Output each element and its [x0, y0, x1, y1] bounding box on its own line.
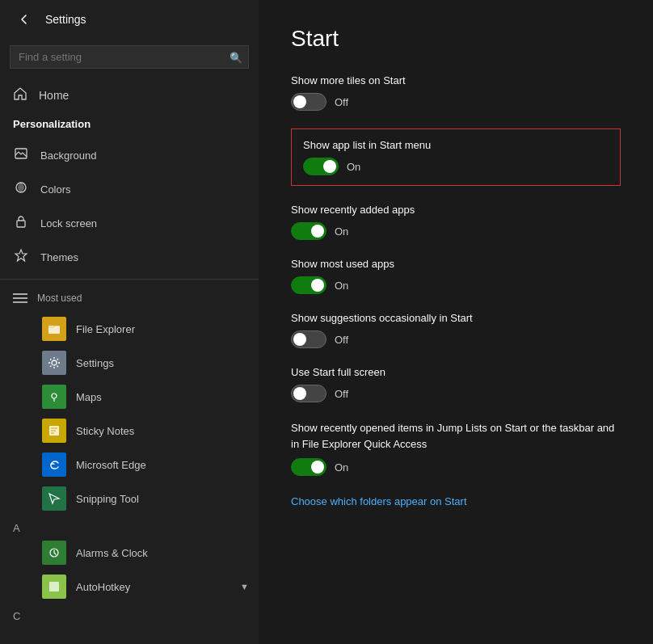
- background-icon: [13, 146, 29, 164]
- toggle-use-full-screen[interactable]: [291, 385, 326, 402]
- list-item[interactable]: Maps: [0, 380, 259, 414]
- setting-label: Show most used apps: [291, 258, 621, 270]
- list-item-label: Sticky Notes: [76, 425, 134, 437]
- home-icon: [13, 86, 27, 103]
- sidebar-item-background-label: Background: [40, 149, 96, 162]
- toggle-thumb: [323, 160, 336, 173]
- search-box: 🔍: [10, 45, 249, 69]
- list-item-label: File Explorer: [76, 323, 135, 335]
- sidebar-item-background[interactable]: Background: [0, 138, 259, 172]
- list-item[interactable]: Snipping Tool: [0, 482, 259, 516]
- search-icon: 🔍: [230, 51, 242, 63]
- setting-control: Off: [291, 93, 621, 111]
- lock-icon: [13, 214, 29, 232]
- most-used-label: Most used: [37, 293, 82, 304]
- toggle-thumb: [293, 95, 306, 108]
- list-item-label: Settings: [76, 357, 114, 369]
- sidebar-divider: [0, 279, 259, 280]
- toggle-thumb: [311, 279, 324, 292]
- home-label: Home: [39, 89, 69, 102]
- setting-label: Show recently opened items in Jump Lists…: [291, 420, 621, 452]
- list-item[interactable]: Microsoft Edge: [0, 448, 259, 482]
- app-list: File Explorer Settings Maps: [0, 312, 259, 644]
- sidebar-item-colors-label: Colors: [40, 183, 71, 196]
- setting-show-most-used: Show most used apps On: [291, 258, 621, 294]
- toggle-show-recently-opened[interactable]: [291, 458, 326, 476]
- toggle-label: Off: [335, 334, 348, 346]
- back-button[interactable]: [13, 8, 36, 31]
- toggle-label: On: [347, 161, 360, 173]
- setting-use-full-screen: Use Start full screen Off: [291, 366, 621, 402]
- list-item-label: Maps: [76, 391, 102, 403]
- list-item[interactable]: Alarms & Clock: [0, 536, 259, 570]
- toggle-thumb: [311, 225, 324, 238]
- autohotkey-icon: [42, 575, 66, 599]
- list-item[interactable]: File Explorer: [0, 312, 259, 346]
- toggle-show-app-list[interactable]: [303, 158, 339, 175]
- setting-show-recently-added: Show recently added apps On: [291, 204, 621, 240]
- settings-title: Settings: [45, 13, 86, 26]
- setting-control: On: [303, 158, 609, 175]
- setting-show-suggestions: Show suggestions occasionally in Start O…: [291, 312, 621, 348]
- home-nav-item[interactable]: Home: [0, 78, 259, 112]
- svg-rect-3: [48, 326, 60, 334]
- sidebar-item-themes[interactable]: Themes: [0, 240, 259, 274]
- sidebar-item-themes-label: Themes: [40, 251, 78, 263]
- setting-control: On: [291, 458, 621, 476]
- list-item[interactable]: Settings: [0, 346, 259, 380]
- page-title: Start: [291, 26, 621, 52]
- toggle-label: On: [335, 280, 348, 292]
- toggle-thumb: [311, 461, 324, 474]
- setting-show-app-list: Show app list in Start menu On: [291, 128, 621, 186]
- svg-point-5: [52, 394, 57, 398]
- toggle-show-most-used[interactable]: [291, 276, 326, 294]
- svg-rect-8: [49, 582, 59, 591]
- alarms-clock-icon: [42, 541, 66, 565]
- alpha-section-c: C: [0, 604, 259, 624]
- personalization-section-label: Personalization: [0, 112, 259, 138]
- toggle-show-suggestions[interactable]: [291, 330, 326, 348]
- sidebar-item-colors[interactable]: Colors: [0, 172, 259, 206]
- list-item[interactable]: Sticky Notes: [0, 414, 259, 448]
- themes-icon: [13, 248, 29, 266]
- setting-show-recently-opened: Show recently opened items in Jump Lists…: [291, 420, 621, 476]
- toggle-label: On: [335, 461, 348, 474]
- file-explorer-icon: [42, 317, 66, 341]
- search-input[interactable]: [10, 45, 249, 69]
- setting-show-more-tiles: Show more tiles on Start Off: [291, 74, 621, 111]
- colors-icon: [13, 180, 29, 198]
- edge-icon: [42, 452, 66, 477]
- sticky-notes-icon: [42, 419, 66, 443]
- chevron-down-icon: ▼: [240, 582, 249, 591]
- sidebar: Settings 🔍 Home Personalization Backgrou…: [0, 0, 259, 644]
- setting-control: On: [291, 276, 621, 294]
- toggle-label: Off: [335, 96, 348, 108]
- list-item-label: Alarms & Clock: [76, 547, 148, 559]
- setting-label: Show recently added apps: [291, 204, 621, 216]
- list-item[interactable]: AutoHotkey ▼: [0, 570, 259, 604]
- titlebar: Settings: [0, 0, 259, 39]
- toggle-thumb: [293, 333, 306, 346]
- settings-icon: [42, 351, 66, 375]
- snipping-tool-icon: [42, 486, 66, 511]
- toggle-label: Off: [335, 388, 348, 400]
- setting-label: Use Start full screen: [291, 366, 621, 378]
- most-used-header: Most used: [0, 284, 259, 312]
- list-item-label: AutoHotkey: [76, 581, 130, 593]
- autohotkey-item-inner: AutoHotkey: [42, 575, 130, 599]
- list-item-label: Microsoft Edge: [76, 459, 146, 471]
- toggle-show-recently-added[interactable]: [291, 222, 326, 240]
- setting-control: On: [291, 222, 621, 240]
- setting-control: Off: [291, 385, 621, 402]
- hamburger-icon: [13, 293, 27, 303]
- choose-folders-link[interactable]: Choose which folders appear on Start: [291, 495, 467, 507]
- toggle-show-more-tiles[interactable]: [291, 93, 326, 111]
- sidebar-item-lock-screen-label: Lock screen: [40, 217, 97, 229]
- setting-label: Show more tiles on Start: [291, 74, 621, 86]
- alpha-section-a: A: [0, 516, 259, 536]
- maps-icon: [42, 385, 66, 409]
- svg-point-4: [52, 360, 57, 365]
- sidebar-item-lock-screen[interactable]: Lock screen: [0, 206, 259, 240]
- setting-label: Show suggestions occasionally in Start: [291, 312, 621, 324]
- list-item-label: Snipping Tool: [76, 493, 139, 505]
